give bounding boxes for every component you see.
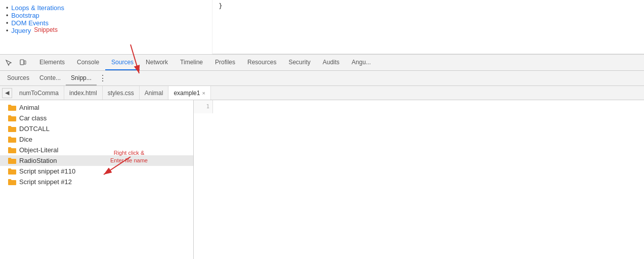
line-numbers: 1 <box>194 100 213 113</box>
folder-icon <box>8 104 16 111</box>
folder-icon <box>8 115 16 122</box>
links-area: • Loops & Iterations • Bootstrap • DOM E… <box>0 0 212 54</box>
link-bootstrap[interactable]: Bootstrap <box>11 12 39 19</box>
folder-icon <box>8 157 16 164</box>
sub-tab-sources[interactable]: Sources <box>2 71 34 85</box>
page-wrapper: • Loops & Iterations • Bootstrap • DOM E… <box>0 0 644 259</box>
file-item-dice[interactable]: Dice <box>0 134 193 145</box>
file-item-radiostation[interactable]: RadioStation <box>0 155 193 166</box>
tab-resources[interactable]: Resources <box>241 55 282 70</box>
sub-tab-snippets[interactable]: Snipp... <box>66 71 97 85</box>
devtools-tabs: Elements Console Sources Network Timelin… <box>33 55 377 70</box>
file-item-objectliteral[interactable]: Object-Literal <box>0 145 193 155</box>
file-item-snippet12[interactable]: Script snippet #12 <box>0 177 193 187</box>
file-item-animal[interactable]: Animal <box>0 102 193 113</box>
tab-console[interactable]: Console <box>71 55 105 70</box>
file-item-label: DOTCALL <box>19 125 50 133</box>
tab-timeline[interactable]: Timeline <box>174 55 209 70</box>
file-tab-stylescss[interactable]: styles.css <box>103 86 140 100</box>
file-item-carclass[interactable]: Car class <box>0 113 193 123</box>
toolbar-icons <box>2 57 29 69</box>
main-content: Animal Car class DOTCALL Dice Object-Lit… <box>0 100 644 259</box>
file-tab-example1[interactable]: example1 × <box>168 86 210 100</box>
more-options-button[interactable]: ⋮ <box>97 71 109 85</box>
folder-icon <box>8 125 16 133</box>
left-panel: Animal Car class DOTCALL Dice Object-Lit… <box>0 100 194 259</box>
file-tab-animal[interactable]: Animal <box>140 86 169 100</box>
sub-toolbar: Sources Conte... Snipp... ⋮ <box>0 71 644 86</box>
close-tab-icon[interactable]: × <box>202 90 205 96</box>
link-jquery[interactable]: Jquery <box>11 27 31 34</box>
folder-icon <box>8 136 16 143</box>
file-item-label: Dice <box>19 136 32 143</box>
file-item-label: Object-Literal <box>19 146 58 154</box>
collapse-panel-button[interactable]: ◀ <box>2 88 12 98</box>
devtools-toolbar: Elements Console Sources Network Timelin… <box>0 55 644 71</box>
tab-elements[interactable]: Elements <box>33 55 71 70</box>
file-item-label: Script snippet #12 <box>19 178 72 186</box>
file-tab-numtocomma[interactable]: numToComma <box>14 86 64 100</box>
link-item-bootstrap: • Bootstrap <box>6 12 206 19</box>
file-tabs-bar: ◀ numToComma index.html styles.css Anima… <box>0 86 644 100</box>
code-closing-brace: } <box>219 2 223 10</box>
snippets-inline-annotation: Snippets <box>34 26 58 33</box>
device-toggle-button[interactable] <box>16 57 29 69</box>
folder-icon <box>8 179 16 186</box>
link-item-loops: • Loops & Iterations <box>6 4 206 12</box>
tab-angu[interactable]: Angu... <box>346 55 377 70</box>
file-item-dotcall[interactable]: DOTCALL <box>0 123 193 134</box>
link-item-jquery: • Jquery Snippets <box>6 27 206 34</box>
tab-security[interactable]: Security <box>282 55 316 70</box>
cursor-tool-button[interactable] <box>2 57 15 69</box>
tab-audits[interactable]: Audits <box>317 55 346 70</box>
tab-profiles[interactable]: Profiles <box>209 55 241 70</box>
file-tab-indexhtml[interactable]: index.html <box>64 86 103 100</box>
folder-icon <box>8 147 16 154</box>
device-icon <box>19 59 26 66</box>
file-item-label: Animal <box>19 104 39 111</box>
folder-icon <box>8 168 16 175</box>
file-list: Animal Car class DOTCALL Dice Object-Lit… <box>0 100 193 189</box>
file-item-label: RadioStation <box>19 157 57 164</box>
line-num-1: 1 <box>194 102 212 111</box>
file-item-label: Car class <box>19 114 47 122</box>
file-item-label: Script snippet #110 <box>19 167 75 175</box>
code-preview: } <box>212 0 644 54</box>
file-item-snippet110[interactable]: Script snippet #110 <box>0 166 193 177</box>
svg-rect-0 <box>20 60 24 65</box>
right-panel: 1 <box>194 100 644 259</box>
sub-tab-content[interactable]: Conte... <box>34 71 66 85</box>
tab-sources[interactable]: Sources <box>105 55 140 70</box>
cursor-icon <box>5 59 12 66</box>
tab-network[interactable]: Network <box>140 55 174 70</box>
svg-rect-1 <box>24 61 26 64</box>
link-loops[interactable]: Loops & Iterations <box>11 4 64 12</box>
top-section: • Loops & Iterations • Bootstrap • DOM E… <box>0 0 644 55</box>
code-editor[interactable] <box>214 100 644 259</box>
